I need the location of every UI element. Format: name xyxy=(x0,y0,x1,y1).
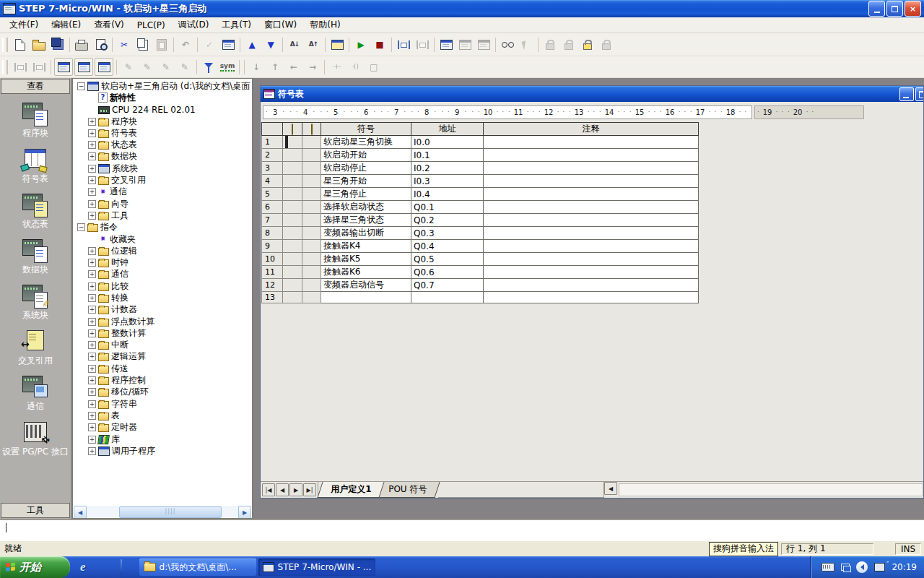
symbol-cell[interactable] xyxy=(321,292,411,303)
comment-cell[interactable] xyxy=(484,240,699,253)
plus-toggle-icon[interactable]: + xyxy=(88,376,96,384)
plus-toggle-icon[interactable]: + xyxy=(88,447,96,455)
menu-file[interactable]: 文件(F) xyxy=(3,17,45,33)
comment-cell[interactable] xyxy=(484,292,699,303)
chart-status-button[interactable] xyxy=(437,35,456,53)
sidebar-item-status-chart[interactable]: 状态表 xyxy=(1,193,70,229)
flag-cell[interactable] xyxy=(283,266,302,279)
flag-cell[interactable] xyxy=(283,292,302,303)
flag-cell[interactable] xyxy=(302,279,321,292)
tree-item-interrupt[interactable]: +中断 xyxy=(74,340,252,351)
tree-item-instructions[interactable]: −指令 xyxy=(74,222,252,233)
plus-toggle-icon[interactable]: + xyxy=(88,118,96,126)
scrollbar-thumb[interactable] xyxy=(119,506,222,518)
plus-toggle-icon[interactable]: + xyxy=(88,400,96,408)
tree-item-system-block[interactable]: +系统块 xyxy=(74,163,252,174)
flag-cell[interactable] xyxy=(302,227,321,240)
tree-item-convert[interactable]: +转换 xyxy=(74,292,252,303)
address-cell[interactable] xyxy=(411,292,484,303)
minus-toggle-icon[interactable]: − xyxy=(77,82,85,90)
flag-cell[interactable] xyxy=(283,149,302,162)
next-sheet-icon[interactable]: ▶ xyxy=(289,483,302,496)
row-number[interactable]: 13 xyxy=(262,292,283,303)
symbol-cell[interactable]: 接触器K4 xyxy=(321,240,411,253)
view-component-2-button[interactable] xyxy=(74,58,93,76)
plus-toggle-icon[interactable]: + xyxy=(88,129,96,137)
plus-toggle-icon[interactable]: + xyxy=(88,270,96,278)
flag-cell[interactable] xyxy=(302,253,321,266)
row-number[interactable]: 6 xyxy=(262,201,283,214)
print-button[interactable] xyxy=(72,35,91,53)
row-number[interactable]: 5 xyxy=(262,188,283,201)
plus-toggle-icon[interactable]: + xyxy=(88,282,96,290)
row-number[interactable]: 1 xyxy=(262,136,283,149)
tree-item-program-block[interactable]: +程序块 xyxy=(74,116,252,127)
network-status-icon[interactable] xyxy=(874,563,885,571)
address-cell[interactable]: Q0.2 xyxy=(411,214,484,227)
flag-cell[interactable] xyxy=(302,240,321,253)
cut-button[interactable]: ✂ xyxy=(115,35,134,53)
tree-item-bit-logic[interactable]: +位逻辑 xyxy=(74,245,252,256)
flag-cell[interactable] xyxy=(283,253,302,266)
flag-cell[interactable] xyxy=(283,279,302,292)
address-cell[interactable]: Q0.7 xyxy=(411,279,484,292)
flag-cell[interactable] xyxy=(302,266,321,279)
address-cell[interactable]: I0.3 xyxy=(411,175,484,188)
plus-toggle-icon[interactable]: + xyxy=(88,200,96,208)
keyboard-layout-icon[interactable] xyxy=(821,563,834,571)
symbol-cell[interactable]: 变频器启动信号 xyxy=(321,279,411,292)
address-cell[interactable]: Q0.5 xyxy=(411,253,484,266)
address-cell[interactable]: I0.2 xyxy=(411,162,484,175)
comment-cell[interactable] xyxy=(484,227,699,240)
tree-horizontal-scrollbar[interactable]: ◀ ▶ xyxy=(74,506,251,517)
navbar-view-header[interactable]: 查看 xyxy=(1,79,70,94)
symbol-cell[interactable]: 接触器K5 xyxy=(321,253,411,266)
restore-windows-icon[interactable] xyxy=(841,564,850,571)
plus-toggle-icon[interactable]: + xyxy=(88,412,96,420)
comment-cell[interactable] xyxy=(484,266,699,279)
compile-all-button[interactable] xyxy=(219,35,237,53)
menu-edit[interactable]: 编辑(E) xyxy=(45,17,87,33)
row-number[interactable]: 8 xyxy=(262,227,283,240)
copy-button[interactable] xyxy=(134,35,152,53)
sidebar-item-data-block[interactable]: 数据块 xyxy=(1,238,70,275)
minus-toggle-icon[interactable]: − xyxy=(77,223,85,231)
plus-toggle-icon[interactable]: + xyxy=(88,306,96,314)
program-status-button[interactable] xyxy=(394,35,413,53)
comment-cell[interactable] xyxy=(484,175,699,188)
symbolic-addressing-button[interactable] xyxy=(199,58,218,76)
plus-toggle-icon[interactable]: + xyxy=(88,365,96,373)
tree-item-call-subroutines[interactable]: +调用子程序 xyxy=(74,445,252,457)
flag-cell[interactable] xyxy=(283,214,302,227)
plus-toggle-icon[interactable]: + xyxy=(88,318,96,326)
address-cell[interactable]: I0.0 xyxy=(411,136,484,149)
plus-toggle-icon[interactable]: + xyxy=(88,341,96,349)
options-button[interactable] xyxy=(328,35,346,53)
flag-cell[interactable] xyxy=(302,175,321,188)
row-number[interactable]: 2 xyxy=(262,149,283,162)
comment-cell[interactable] xyxy=(484,162,699,175)
view-component-3-button[interactable] xyxy=(95,58,113,76)
tree-item-project-root[interactable]: −软启动+星三角启动 (d:\我的文档\桌面 xyxy=(74,80,252,92)
child-maximize-button[interactable] xyxy=(915,87,923,101)
comment-cell[interactable] xyxy=(484,149,699,162)
symbol-cell[interactable]: 选择软启动状态 xyxy=(321,201,411,214)
menu-plc[interactable]: PLC(P) xyxy=(131,19,172,32)
row-number[interactable]: 4 xyxy=(262,175,283,188)
tree-item-move[interactable]: +传送 xyxy=(74,363,252,374)
run-button[interactable]: ▶ xyxy=(352,35,370,53)
save-project-button[interactable] xyxy=(48,35,67,53)
flag-cell[interactable] xyxy=(283,136,302,149)
symbol-cell[interactable]: 软启动星三角切换 xyxy=(321,136,411,149)
comment-cell[interactable] xyxy=(484,188,699,201)
comment-cell[interactable] xyxy=(484,136,699,149)
internet-explorer-icon[interactable]: e xyxy=(80,560,86,574)
tree-item-floating-point-math[interactable]: +浮点数计算 xyxy=(74,316,252,327)
column-header-0[interactable]: 符号 xyxy=(321,123,411,136)
bookmark-previous-button[interactable] xyxy=(578,35,597,53)
upload-button[interactable]: ▲ xyxy=(243,35,261,53)
flag-cell[interactable] xyxy=(283,240,302,253)
close-button[interactable]: × xyxy=(905,1,921,17)
tree-item-table[interactable]: +表 xyxy=(74,410,252,421)
comment-cell[interactable] xyxy=(484,253,699,266)
